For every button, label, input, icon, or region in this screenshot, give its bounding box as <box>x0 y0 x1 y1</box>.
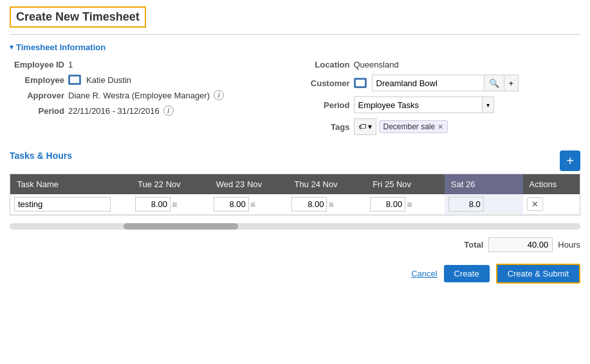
col-sat: Sat 26 <box>445 174 523 194</box>
scrollbar-thumb <box>124 223 237 230</box>
period-row: Period 22/11/2016 - 31/12/2016 i <box>10 105 295 116</box>
customer-add-button[interactable]: + <box>504 75 519 91</box>
period-select-label: Period <box>295 100 350 110</box>
table-scrollbar[interactable] <box>10 221 580 232</box>
total-label: Total <box>464 240 483 250</box>
location-label: Location <box>295 60 350 69</box>
col-task-name: Task Name <box>10 174 131 194</box>
fri-cell: ≡ <box>366 194 445 215</box>
total-row: Total Hours <box>10 232 580 257</box>
approver-info-icon[interactable]: i <box>214 90 224 100</box>
cancel-button[interactable]: Cancel <box>411 269 437 278</box>
tag-chip: December sale ✕ <box>379 120 448 133</box>
hours-unit-label: Hours <box>558 240 580 250</box>
tue-lines-icon[interactable]: ≡ <box>172 199 177 210</box>
customer-icon <box>354 78 367 88</box>
location-row: Location Queensland <box>295 60 581 69</box>
task-name-cell <box>10 194 131 215</box>
thu-cell: ≡ <box>288 194 366 215</box>
tag-icon: 🏷 <box>358 122 366 131</box>
create-submit-button[interactable]: Create & Submit <box>496 264 580 284</box>
create-button[interactable]: Create <box>444 265 490 282</box>
employee-id-value: 1 <box>68 60 73 69</box>
tag-chip-label: December sale <box>383 122 436 131</box>
customer-input[interactable] <box>372 75 484 91</box>
location-value: Queensland <box>354 60 399 69</box>
footer-actions: Cancel Create Create & Submit <box>10 264 580 290</box>
period-value: 22/11/2016 - 31/12/2016 <box>68 106 160 116</box>
tasks-table-container: Task Name Tue 22 Nov Wed 23 Nov Thu 24 N… <box>10 174 580 215</box>
tags-dropdown-button[interactable]: 🏷 ▾ <box>354 118 376 135</box>
fri-hours-input[interactable] <box>370 197 405 212</box>
tue-hours-input[interactable] <box>135 197 171 212</box>
tue-cell: ≡ <box>131 194 210 215</box>
add-row-button[interactable]: + <box>560 150 580 171</box>
employee-row: Employee Katie Dustin <box>10 75 295 85</box>
sat-cell <box>445 194 523 215</box>
customer-row: Customer 🔍 + <box>295 75 581 91</box>
thu-hours-input[interactable] <box>291 197 327 212</box>
fri-lines-icon[interactable]: ≡ <box>407 199 412 210</box>
sat-hours-input[interactable] <box>448 197 484 212</box>
employee-id-label: Employee ID <box>10 60 64 69</box>
employee-id-row: Employee ID 1 <box>10 60 295 69</box>
actions-cell: ✕ <box>523 194 580 215</box>
task-name-input[interactable] <box>14 197 111 212</box>
wed-hours-input[interactable] <box>214 197 249 212</box>
col-wed: Wed 23 Nov <box>210 174 288 194</box>
page-title: Create New Timesheet <box>10 6 146 28</box>
tasks-section: Tasks & Hours + Task Name Tue 22 Nov Wed… <box>10 150 580 290</box>
employee-label: Employee <box>10 75 64 85</box>
form-left-column: Employee ID 1 Employee Katie Dustin Appr… <box>10 60 295 140</box>
customer-label: Customer <box>295 78 350 88</box>
period-select-row: Period Employee Tasks ▾ <box>295 96 581 113</box>
total-value-input <box>488 237 553 252</box>
customer-input-group: 🔍 + <box>372 75 519 91</box>
tags-group: 🏷 ▾ December sale ✕ <box>354 118 448 135</box>
approver-value: Diane R. Westra (Employee Manager) <box>68 91 210 100</box>
timesheet-info-section-header: ▾ Timesheet Information <box>10 42 580 52</box>
employee-icon <box>68 75 81 85</box>
thu-lines-icon[interactable]: ≡ <box>328 199 333 210</box>
form-right-column: Location Queensland Customer 🔍 + Period … <box>295 60 581 140</box>
customer-search-button[interactable]: 🔍 <box>484 75 504 91</box>
col-actions: Actions <box>523 174 580 194</box>
delete-row-button[interactable]: ✕ <box>527 197 543 211</box>
period-select-group: Employee Tasks ▾ <box>354 96 494 113</box>
tags-row: Tags 🏷 ▾ December sale ✕ <box>295 118 581 135</box>
tasks-section-title: Tasks & Hours <box>10 150 72 161</box>
wed-cell: ≡ <box>210 194 288 215</box>
employee-value: Katie Dustin <box>86 75 131 85</box>
wed-lines-icon[interactable]: ≡ <box>250 199 255 210</box>
tags-dropdown-arrow: ▾ <box>368 122 372 131</box>
period-dropdown-arrow[interactable]: ▾ <box>483 96 494 113</box>
tags-label: Tags <box>295 122 350 132</box>
approver-label: Approver <box>10 91 64 100</box>
col-fri: Fri 25 Nov <box>366 174 445 194</box>
period-label: Period <box>10 106 64 116</box>
approver-row: Approver Diane R. Westra (Employee Manag… <box>10 90 295 100</box>
period-select[interactable]: Employee Tasks <box>354 96 483 113</box>
table-row: ≡ ≡ ≡ <box>10 194 580 215</box>
chevron-down-icon[interactable]: ▾ <box>10 43 14 51</box>
period-info-icon[interactable]: i <box>163 105 174 116</box>
col-thu: Thu 24 Nov <box>288 174 366 194</box>
scrollbar-track[interactable] <box>10 223 580 230</box>
tag-remove-button[interactable]: ✕ <box>438 123 443 131</box>
col-tue: Tue 22 Nov <box>131 174 210 194</box>
tasks-table: Task Name Tue 22 Nov Wed 23 Nov Thu 24 N… <box>10 174 580 215</box>
